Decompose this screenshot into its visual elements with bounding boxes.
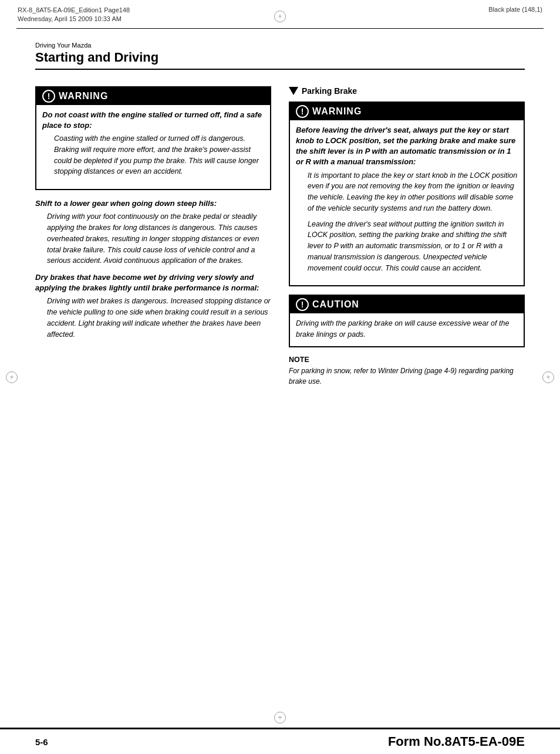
top-meta-left: RX-8_8AT5-EA-09E_Edition1 Page148 Wednes…: [18, 6, 130, 24]
footer-bar: 5-6 Form No.8AT5-EA-09E: [0, 728, 560, 754]
caution-header: ! CAUTION: [290, 296, 524, 313]
page-number: 5-6: [35, 737, 48, 747]
triangle-icon: [289, 87, 298, 95]
section-label: Driving Your Mazda: [35, 42, 525, 49]
meta-right: Black plate (148,1): [488, 6, 542, 13]
warning1-body: Coasting with the engine stalled or turn…: [54, 133, 264, 177]
parking-warning-body1: It is important to place the key or star…: [308, 170, 518, 214]
warning3-body: Driving with wet brakes is dangerous. In…: [47, 296, 271, 340]
parking-warning-body2: Leaving the driver's seat without puttin…: [308, 219, 518, 274]
note-text: For parking in snow, refer to Winter Dri…: [289, 366, 525, 387]
note-section: NOTE For parking in snow, refer to Winte…: [289, 356, 525, 387]
reg-mark-right: [542, 371, 554, 383]
page-wrapper: RX-8_8AT5-EA-09E_Edition1 Page148 Wednes…: [0, 0, 560, 754]
reg-mark-top: [274, 11, 286, 22]
warning-icon-parking: !: [296, 105, 309, 118]
section-title: Starting and Driving: [35, 50, 525, 70]
warning2-body: Driving with your foot continuously on t…: [47, 211, 271, 266]
meta-line1: RX-8_8AT5-EA-09E_Edition1 Page148: [18, 6, 130, 15]
right-column: Parking Brake ! WARNING Before leaving t…: [289, 86, 525, 387]
warning-header-1: ! WARNING: [36, 87, 270, 105]
warning3-heading: Dry brakes that have become wet by drivi…: [35, 272, 271, 293]
form-number: Form No.8AT5-EA-09E: [388, 734, 525, 749]
warning-label-parking: WARNING: [312, 106, 362, 117]
two-column-layout: ! WARNING Do not coast with the engine s…: [0, 75, 560, 398]
top-divider: [16, 28, 544, 29]
parking-brake-label: Parking Brake: [302, 86, 357, 96]
left-column: ! WARNING Do not coast with the engine s…: [35, 86, 271, 387]
warning-box-1: ! WARNING Do not coast with the engine s…: [35, 86, 271, 190]
warning1-heading: Do not coast with the engine stalled or …: [42, 110, 264, 131]
caution-icon: !: [296, 298, 309, 311]
reg-mark-bottom: [274, 712, 286, 723]
reg-mark-left: [6, 371, 18, 383]
caution-content: Driving with the parking brake on will c…: [296, 318, 518, 340]
note-label: NOTE: [289, 356, 525, 364]
warning-label-1: WARNING: [59, 91, 108, 102]
page-footer: 5-6 Form No.8AT5-EA-09E: [0, 728, 560, 754]
caution-label: CAUTION: [312, 299, 359, 310]
parking-brake-header: Parking Brake: [289, 86, 525, 96]
warning2-heading: Shift to a lower gear when going down st…: [35, 198, 271, 209]
parking-warning-heading: Before leaving the driver's seat, always…: [296, 125, 518, 168]
warning-icon-1: !: [42, 90, 55, 103]
page-header: Driving Your Mazda Starting and Driving: [0, 30, 560, 75]
meta-line2: Wednesday, April 15 2009 10:33 AM: [18, 15, 130, 23]
warning-header-parking: ! WARNING: [290, 103, 524, 120]
warning-box-parking: ! WARNING Before leaving the driver's se…: [289, 102, 525, 287]
caution-box: ! CAUTION Driving with the parking brake…: [289, 295, 525, 347]
